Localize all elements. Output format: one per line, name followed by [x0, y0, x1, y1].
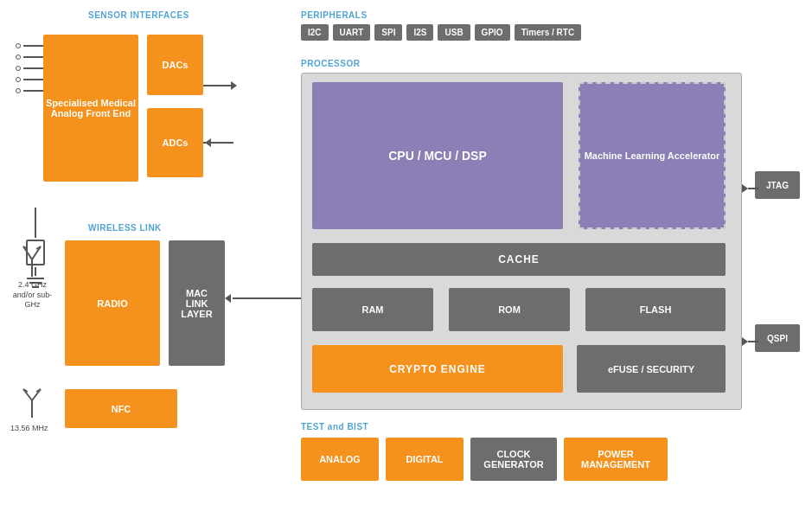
adcs-block: ADCs: [147, 108, 203, 177]
peri-i2c: I2C: [301, 24, 329, 41]
nfc-block: NFC: [65, 389, 177, 428]
peripherals-row: I2C UART SPI I2S USB GPIO Timers / RTC: [301, 24, 581, 41]
peri-uart: UART: [333, 24, 371, 41]
ram-block: RAM: [312, 288, 433, 331]
test-bist-label: TEST and BIST: [301, 422, 368, 432]
peripherals-label: PERIPHERALS: [301, 10, 368, 20]
mac-arrow: [225, 294, 310, 303]
peri-i2s: I2S: [406, 24, 433, 41]
wireless-link-label: WIRELESS LINK: [88, 223, 162, 233]
crypto-block: CRYPTO ENGINE: [312, 345, 563, 393]
cpu-block: CPU / MCU / DSP: [312, 82, 563, 229]
dac-arrowhead: [231, 81, 237, 90]
freq-24ghz-label: 2.4 GHz and/or sub-GHz: [9, 280, 56, 310]
qspi-block: QSPI: [755, 324, 800, 352]
processor-label: PROCESSOR: [301, 59, 360, 68]
freq-nfc-label: 13.56 MHz: [10, 424, 48, 432]
test-analog-block: ANALOG: [301, 438, 379, 481]
dac-arrow-line: [203, 85, 233, 86]
jtag-arrow: [742, 184, 758, 193]
sensor-lines: [16, 43, 45, 93]
processor-container: CPU / MCU / DSP Machine Learning Acceler…: [301, 73, 742, 410]
antenna-24ghz: [19, 242, 45, 277]
test-digital-block: DIGITAL: [386, 438, 464, 481]
power-mgmt-block: POWER MANAGEMENT: [564, 438, 668, 481]
cache-block: CACHE: [312, 243, 726, 276]
svg-line-7: [32, 389, 41, 400]
sensor-interfaces-label: SENSOR INTERFACES: [88, 10, 189, 20]
peri-gpio: GPIO: [475, 24, 510, 41]
rom-block: ROM: [449, 288, 570, 331]
flash-block: FLASH: [585, 288, 726, 331]
mac-link-block: MAC LINK LAYER: [169, 240, 225, 366]
peri-spi: SPI: [374, 24, 402, 41]
analog-front-end-block: Specialised Medical Analog Front End: [43, 35, 138, 182]
efuse-block: eFUSE / SECURITY: [577, 345, 726, 393]
ml-accelerator-block: Machine Learning Accelerator: [579, 82, 726, 229]
antenna-nfc: [19, 387, 45, 418]
dacs-block: DACs: [147, 35, 203, 95]
svg-line-6: [23, 389, 32, 400]
clock-gen-block: CLOCK GENERATOR: [470, 438, 557, 481]
jtag-block: JTAG: [755, 171, 800, 199]
adc-arrowhead: [205, 138, 211, 147]
diagram: SENSOR INTERFACES Specialised Medical An…: [0, 0, 812, 518]
radio-block: RADIO: [65, 240, 160, 366]
test-bist-row: ANALOG DIGITAL CLOCK GENERATOR POWER MAN…: [301, 438, 668, 481]
peri-timers: Timers / RTC: [515, 24, 582, 41]
qspi-arrow: [742, 337, 758, 346]
peri-usb: USB: [438, 24, 470, 41]
